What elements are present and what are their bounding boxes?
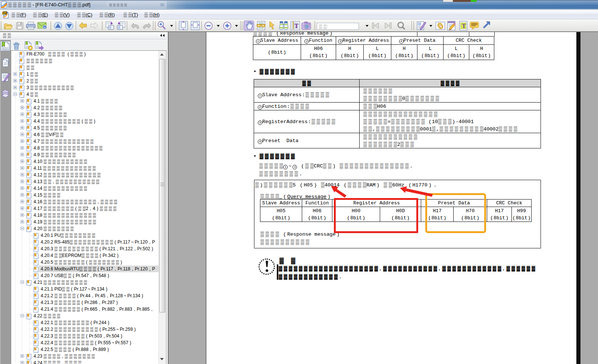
svg-text:e: e bbox=[44, 26, 46, 29]
svg-text:T: T bbox=[294, 22, 299, 29]
svg-text:PDF: PDF bbox=[3, 12, 7, 15]
svg-text:T: T bbox=[462, 23, 466, 29]
